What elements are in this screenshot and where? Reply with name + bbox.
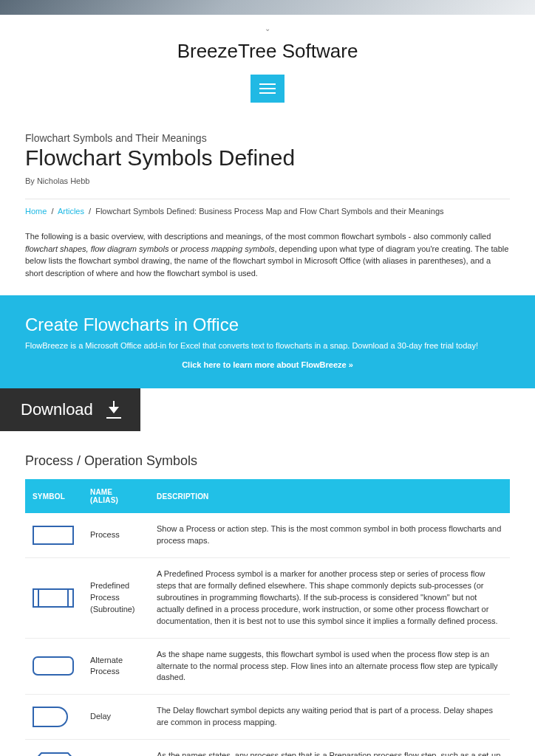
symbol-desc: As the shape name suggests, this flowcha… [149, 638, 510, 695]
symbol-process-icon [25, 513, 83, 557]
site-title: BreezeTree Software [0, 40, 535, 63]
col-name: NAME (ALIAS) [83, 479, 149, 513]
article-kicker: Flowchart Symbols and Their Meanings [25, 132, 510, 144]
table-row: Preparation As the names states, any pro… [25, 740, 510, 756]
table-row: Delay The Delay flowchart symbol depicts… [25, 695, 510, 740]
symbol-name: Process [83, 513, 149, 557]
symbols-table: SYMBOL NAME (ALIAS) DESCRIPTION Process … [25, 479, 510, 756]
breadcrumb-current: Flowchart Symbols Defined: Business Proc… [95, 207, 443, 216]
symbol-name: Predefined Process (Subroutine) [83, 557, 149, 638]
svg-rect-1 [33, 589, 73, 607]
article-title: Flowchart Symbols Defined [25, 145, 510, 171]
promo-title: Create Flowcharts in Office [25, 315, 510, 335]
svg-rect-4 [33, 657, 73, 675]
symbol-desc: The Delay flowchart symbol depicts any w… [149, 695, 510, 740]
download-button[interactable]: Download [0, 388, 140, 431]
breadcrumb-articles[interactable]: Articles [58, 207, 84, 216]
promo-subtitle: FlowBreeze is a Microsoft Office add-in … [25, 341, 510, 350]
svg-rect-0 [33, 526, 73, 544]
article-byline: By Nicholas Hebb [25, 176, 510, 185]
breadcrumb: Home / Articles / Flowchart Symbols Defi… [25, 207, 510, 216]
symbol-desc: A Predefined Process symbol is a marker … [149, 557, 510, 638]
page: ⌄ BreezeTree Software Flowchart Symbols … [0, 15, 535, 756]
table-row: Predefined Process (Subroutine) A Predef… [25, 557, 510, 638]
promo-banner: Create Flowcharts in Office FlowBreeze i… [0, 295, 535, 388]
col-symbol: SYMBOL [25, 479, 83, 513]
breadcrumb-home[interactable]: Home [25, 207, 47, 216]
symbol-alternate-process-icon [25, 638, 83, 695]
symbol-name: Alternate Process [83, 638, 149, 695]
col-description: DESCRIPTION [149, 479, 510, 513]
symbol-delay-icon [25, 695, 83, 740]
symbol-name: Delay [83, 695, 149, 740]
site-header: ⌄ BreezeTree Software [0, 15, 535, 107]
download-label: Download [21, 400, 93, 419]
symbol-desc: Show a Process or action step. This is t… [149, 513, 510, 557]
svg-marker-5 [33, 753, 76, 756]
symbol-desc: As the names states, any process step th… [149, 740, 510, 756]
intro-paragraph: The following is a basic overview, with … [0, 230, 535, 295]
symbol-predefined-process-icon [25, 557, 83, 638]
section-title: Process / Operation Symbols [25, 453, 510, 469]
chevron-down-icon[interactable]: ⌄ [0, 25, 535, 32]
table-row: Alternate Process As the shape name sugg… [25, 638, 510, 695]
promo-link[interactable]: Click here to learn more about FlowBreez… [25, 360, 510, 369]
symbol-name: Preparation [83, 740, 149, 756]
menu-button[interactable] [251, 75, 284, 103]
article-header: Flowchart Symbols and Their Meanings Flo… [25, 107, 510, 185]
symbol-preparation-icon [25, 740, 83, 756]
table-row: Process Show a Process or action step. T… [25, 513, 510, 557]
divider [25, 199, 510, 199]
download-icon [106, 401, 121, 419]
